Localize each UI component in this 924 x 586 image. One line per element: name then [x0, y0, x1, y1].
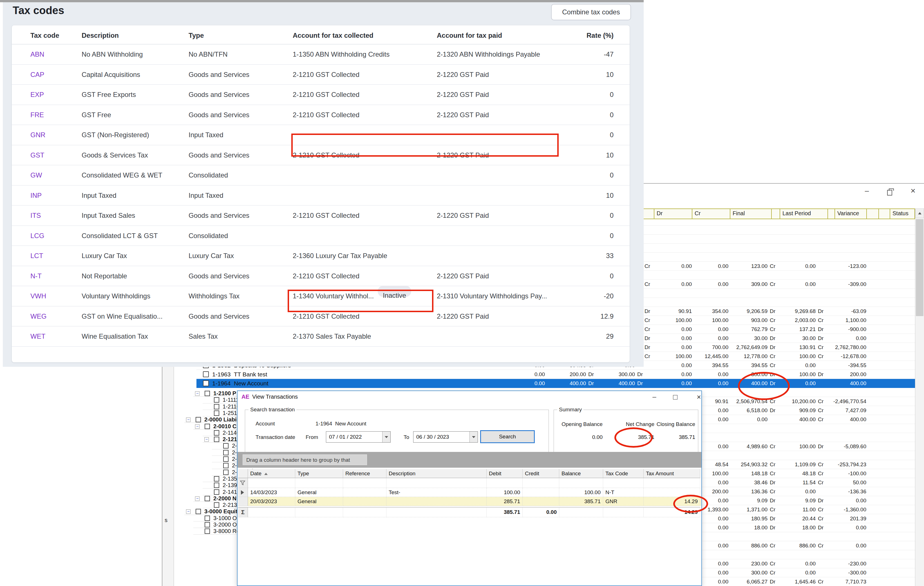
checkbox[interactable]: [205, 528, 210, 534]
tree-item[interactable]: 2-1: [174, 443, 237, 449]
checkbox[interactable]: [214, 437, 219, 442]
grid-column-header[interactable]: Date: [248, 469, 295, 478]
from-date-picker[interactable]: 07 / 01 / 2022: [326, 431, 391, 443]
tree-item[interactable]: −3-0000 Equit: [174, 508, 237, 515]
checkbox[interactable]: [223, 450, 229, 455]
filter-cell[interactable]: [295, 478, 343, 488]
dialog-close-button[interactable]: ×: [693, 393, 705, 402]
tree-item[interactable]: 3-2000 Ov: [174, 521, 237, 528]
checkbox[interactable]: [205, 516, 210, 521]
window-restore-icon[interactable]: [887, 190, 892, 195]
tax-code-link[interactable]: ABN: [30, 45, 44, 64]
to-date-picker[interactable]: 06 / 30 / 2023: [413, 431, 478, 443]
transaction-row[interactable]: 20/03/2023General285.71385.71GNR14.29: [238, 497, 701, 506]
tree-item[interactable]: 2-1: [174, 462, 237, 469]
window-minimize-button[interactable]: –: [862, 187, 872, 195]
grid-column-header[interactable]: Credit: [523, 469, 559, 478]
grid-column-header[interactable]: Description: [386, 469, 487, 478]
filter-cell[interactable]: [603, 478, 644, 488]
checkbox[interactable]: [203, 371, 209, 377]
tax-code-link[interactable]: LCT: [30, 246, 43, 266]
tax-code-link[interactable]: WET: [30, 326, 45, 346]
tree-item[interactable]: 3-1000 Ov: [174, 515, 237, 521]
tax-code-link[interactable]: GNR: [30, 125, 45, 145]
tree-item[interactable]: 2-1: [174, 449, 237, 456]
tax-code-link[interactable]: GW: [30, 166, 42, 185]
collapse-icon[interactable]: −: [186, 509, 191, 514]
window-close-button[interactable]: ×: [908, 187, 918, 195]
dialog-titlebar[interactable]: AE View Transactions – □ ×: [238, 391, 701, 404]
checkbox[interactable]: [223, 443, 229, 449]
tree-item[interactable]: 1-2510: [174, 410, 237, 416]
checkbox[interactable]: [223, 463, 229, 468]
grid-column-header[interactable]: Balance: [559, 469, 603, 478]
account-row[interactable]: 1-1963 TT Bank test0.00200.00Dr300.00Dr0…: [174, 370, 924, 379]
combine-tax-codes-button[interactable]: Combine tax codes: [551, 4, 631, 20]
tree-item[interactable]: 3-8000 Re: [174, 528, 237, 535]
checkbox[interactable]: [205, 522, 210, 527]
dropdown-arrow-icon[interactable]: [469, 432, 478, 442]
scroll-up-icon[interactable]: [915, 209, 924, 218]
tree-item[interactable]: 2-1410: [174, 489, 237, 495]
filter-cell[interactable]: [343, 478, 386, 488]
tax-code-link[interactable]: N-T: [30, 266, 42, 286]
checkbox[interactable]: [214, 404, 219, 409]
selected-account-row[interactable]: 1-1964 New Account0.00400.00Dr400.00Dr0.…: [196, 379, 915, 388]
checkbox[interactable]: [205, 391, 210, 396]
checkbox[interactable]: [214, 397, 219, 402]
checkbox[interactable]: [196, 417, 201, 422]
checkbox[interactable]: [214, 489, 219, 495]
collapse-icon[interactable]: −: [195, 391, 200, 396]
tax-code-link[interactable]: ITS: [30, 206, 41, 225]
collapse-icon[interactable]: −: [205, 437, 209, 442]
filter-cell[interactable]: [487, 478, 523, 488]
tax-code-link[interactable]: INP: [30, 185, 42, 205]
transaction-row[interactable]: 14/03/2023GeneralTest-100.00100.00N-T: [238, 488, 701, 497]
checkbox[interactable]: [223, 470, 229, 475]
tax-code-link[interactable]: FRE: [30, 105, 44, 125]
tree-item[interactable]: 2-2135: [174, 502, 237, 508]
tree-item[interactable]: −2-0010 C: [174, 423, 237, 430]
grid-filter-row[interactable]: [238, 478, 701, 488]
filter-cell[interactable]: [523, 478, 559, 488]
checkbox[interactable]: [214, 430, 219, 435]
tax-code-link[interactable]: GST: [30, 146, 44, 165]
tree-item[interactable]: −1-2100 P: [174, 390, 237, 397]
tree-item[interactable]: −2-121: [174, 436, 237, 443]
grid-column-header[interactable]: Type: [295, 469, 343, 478]
checkbox[interactable]: [214, 476, 219, 482]
filter-cell[interactable]: [386, 478, 487, 488]
collapse-icon[interactable]: −: [195, 424, 200, 429]
tree-item[interactable]: −2-2000 N: [174, 495, 237, 502]
checkbox[interactable]: [196, 509, 201, 514]
scrollbar[interactable]: [915, 209, 924, 586]
checkbox[interactable]: [223, 457, 229, 462]
checkbox[interactable]: [205, 424, 210, 429]
tax-code-link[interactable]: EXP: [30, 85, 44, 104]
tax-code-link[interactable]: LCG: [30, 226, 44, 246]
collapse-icon[interactable]: −: [195, 497, 200, 501]
dropdown-arrow-icon[interactable]: [382, 432, 390, 442]
checkbox[interactable]: [214, 483, 219, 488]
tax-code-link[interactable]: CAP: [30, 65, 44, 84]
tree-item[interactable]: 2-1350: [174, 475, 237, 482]
grid-column-header[interactable]: Tax Amount: [644, 469, 700, 478]
tree-item[interactable]: 2-1: [174, 469, 237, 475]
filter-cell[interactable]: [248, 478, 295, 488]
checkbox[interactable]: [214, 502, 219, 508]
tree-item[interactable]: −2-0000 Liabil: [174, 416, 237, 423]
tree-item[interactable]: 2-1: [174, 456, 237, 462]
dialog-minimize-button[interactable]: –: [649, 393, 660, 402]
tree-item[interactable]: 2-1399: [174, 482, 237, 488]
checkbox[interactable]: [203, 380, 209, 386]
grid-column-header[interactable]: Tax Code: [603, 469, 644, 478]
tree-item[interactable]: 2-1140: [174, 430, 237, 436]
search-button[interactable]: Search: [480, 430, 535, 443]
tree-item[interactable]: 1-1111: [174, 397, 237, 403]
grid-column-header[interactable]: Debit: [487, 469, 523, 478]
dialog-maximize-button[interactable]: □: [670, 393, 681, 402]
tree-item[interactable]: 1-2110: [174, 404, 237, 410]
filter-cell[interactable]: [559, 478, 603, 488]
scrollbar-thumb[interactable]: [916, 219, 924, 316]
collapse-icon[interactable]: −: [186, 417, 191, 422]
